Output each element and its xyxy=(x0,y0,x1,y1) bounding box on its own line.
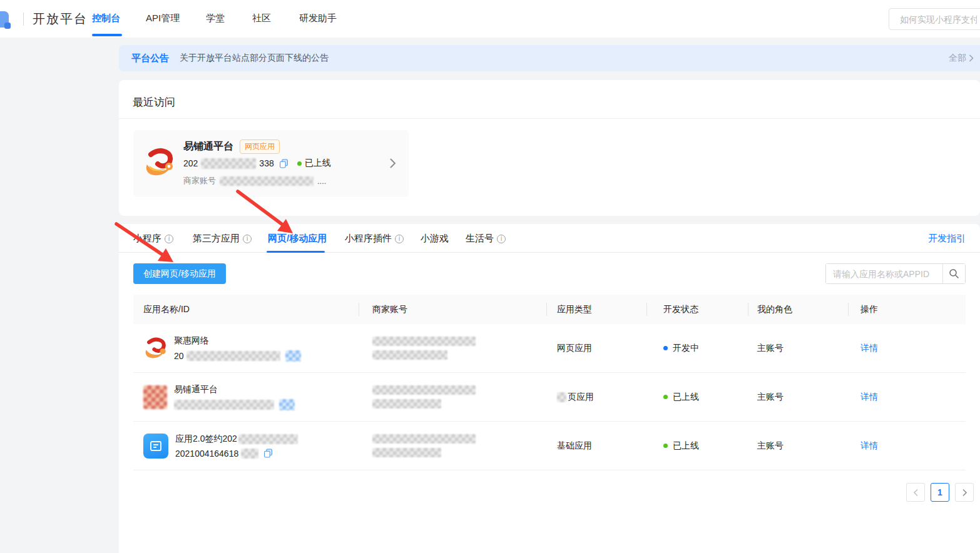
app-name: 聚惠网络 xyxy=(174,335,301,347)
redacted-merchant-line xyxy=(372,434,476,444)
recent-visits-title: 最近访问 xyxy=(133,95,175,109)
dev-guide-link[interactable]: 开发指引 xyxy=(928,233,966,245)
top-navigation-bar: 开放平台 控制台 API管理 学堂 社区 研发助手 xyxy=(0,0,980,38)
app-name: 应用2.0签约202 xyxy=(175,434,237,445)
redacted-merchant-account xyxy=(220,176,314,186)
nav-item-console[interactable]: 控制台 xyxy=(92,13,120,24)
tab-third-party-app[interactable]: 第三方应用 xyxy=(193,233,252,245)
announcement-all-link[interactable]: 全部 xyxy=(949,53,974,64)
info-icon[interactable] xyxy=(165,235,173,243)
app-type: 网页应用 xyxy=(546,343,646,354)
pagination: 1 xyxy=(906,483,974,502)
recent-app-name: 易铺通平台 xyxy=(183,140,233,153)
redacted-copy-icon xyxy=(279,399,295,410)
redacted-merchant-line xyxy=(372,385,476,395)
dev-status: 开发中 xyxy=(673,343,699,354)
app-id-prefix: 2021004164618 xyxy=(175,449,238,459)
magnifier-icon xyxy=(949,268,959,279)
nav-item-dev-assistant[interactable]: 研发助手 xyxy=(299,13,337,24)
app-type: 基础应用 xyxy=(546,440,646,452)
col-header-app-type: 应用类型 xyxy=(546,295,646,324)
tab-life-account[interactable]: 生活号 xyxy=(466,233,506,245)
app-id-prefix: 20 xyxy=(174,351,184,361)
copy-icon[interactable] xyxy=(263,449,273,458)
nav-item-academy[interactable]: 学堂 xyxy=(206,13,225,24)
global-search-box xyxy=(889,8,980,30)
app-id-prefix: 202 xyxy=(183,158,198,168)
redacted-name-part xyxy=(238,434,298,444)
tab-mini-program-plugin[interactable]: 小程序插件 xyxy=(345,233,404,245)
col-header-dev-status: 开发状态 xyxy=(646,295,748,324)
chevron-right-icon[interactable] xyxy=(389,158,396,169)
apps-panel-card: 小程序 第三方应用 网页/移动应用 小程序插件 小游戏 生活号 开发 xyxy=(119,224,980,553)
info-icon[interactable] xyxy=(243,235,252,243)
detail-link[interactable]: 详情 xyxy=(860,440,878,450)
status-dot-online xyxy=(297,161,302,166)
redacted-merchant-line xyxy=(372,350,447,360)
announcement-tag: 平台公告 xyxy=(131,53,169,64)
platform-announcement-banner[interactable]: 平台公告 关于开放平台站点部分页面下线的公告 全部 xyxy=(119,45,980,71)
section-divider xyxy=(119,118,980,119)
pagination-page-1[interactable]: 1 xyxy=(931,483,949,502)
open-platform-console-page: 开放平台 控制台 API管理 学堂 社区 研发助手 平台公告 关于开放平台站点部… xyxy=(0,0,980,553)
dev-status: 已上线 xyxy=(673,392,699,403)
chevron-right-icon xyxy=(969,54,974,62)
nav-active-underline xyxy=(92,34,122,36)
col-header-merchant: 商家账号 xyxy=(359,295,546,324)
redacted-app-id xyxy=(241,449,258,459)
tab-web-mobile-app[interactable]: 网页/移动应用 xyxy=(268,233,327,245)
tab-label: 小程序 xyxy=(133,233,161,245)
redacted-merchant-line xyxy=(372,448,441,457)
app-type-tag: 网页应用 xyxy=(240,140,280,154)
info-icon[interactable] xyxy=(395,235,404,243)
pagination-next-button[interactable] xyxy=(955,483,974,502)
tab-label: 小程序插件 xyxy=(345,233,392,245)
recent-app-card[interactable]: 易铺通平台 网页应用 202 338 已上线 商家账号 .... xyxy=(133,130,409,197)
merchant-ellipsis: .... xyxy=(317,176,326,186)
my-role: 主账号 xyxy=(748,440,848,452)
app-search-input[interactable] xyxy=(826,264,942,283)
table-row: 聚惠网络 20 网页应用 xyxy=(133,324,966,373)
app-logo-yiputong-icon xyxy=(143,147,175,178)
table-row: 易铺通平台 页应用 xyxy=(133,373,966,422)
nav-item-community[interactable]: 社区 xyxy=(252,13,271,24)
redacted-app-logo xyxy=(143,385,167,409)
tab-active-underline xyxy=(267,251,325,253)
logo-divider xyxy=(23,13,24,26)
table-row: 应用2.0签约202 2021004164618 xyxy=(133,422,966,470)
status-dot-developing xyxy=(663,346,668,350)
redacted-copy-icon xyxy=(285,350,301,362)
tab-mini-program[interactable]: 小程序 xyxy=(133,233,173,245)
announcement-text[interactable]: 关于开放平台站点部分页面下线的公告 xyxy=(180,53,329,64)
tab-label: 生活号 xyxy=(466,233,494,245)
app-logo-juhui-icon xyxy=(143,337,167,360)
create-web-mobile-app-button[interactable]: 创建网页/移动应用 xyxy=(133,263,226,284)
platform-logo-icon xyxy=(0,11,9,28)
tab-mini-game[interactable]: 小游戏 xyxy=(421,233,449,245)
table-header-row: 应用名称/ID 商家账号 应用类型 开发状态 我的角色 操作 xyxy=(133,295,966,324)
col-header-app-name: 应用名称/ID xyxy=(133,295,359,324)
col-header-my-role: 我的角色 xyxy=(748,295,848,324)
detail-link[interactable]: 详情 xyxy=(860,343,878,353)
redacted-app-id xyxy=(201,158,256,169)
platform-title: 开放平台 xyxy=(33,11,88,28)
redacted-type-char xyxy=(557,392,566,402)
global-search-input[interactable] xyxy=(889,9,977,29)
app-type-tabs: 小程序 第三方应用 网页/移动应用 小程序插件 小游戏 生活号 开发 xyxy=(119,224,980,253)
tab-label: 第三方应用 xyxy=(193,233,240,245)
pagination-prev-button[interactable] xyxy=(906,483,925,502)
app-search-box xyxy=(825,263,966,284)
dev-status: 已上线 xyxy=(673,440,699,452)
nav-item-api-management[interactable]: API管理 xyxy=(146,13,180,24)
copy-icon[interactable] xyxy=(279,159,288,168)
info-icon[interactable] xyxy=(497,235,506,243)
merchant-account-label: 商家账号 xyxy=(183,175,216,186)
my-role: 主账号 xyxy=(748,343,848,354)
app-type: 页应用 xyxy=(568,392,594,403)
detail-link[interactable]: 详情 xyxy=(860,392,878,402)
search-button[interactable] xyxy=(942,264,965,283)
announcement-all-label: 全部 xyxy=(949,53,966,64)
app-doc-icon xyxy=(143,434,168,459)
tab-label: 小游戏 xyxy=(421,233,449,245)
status-dot-online xyxy=(663,444,668,448)
